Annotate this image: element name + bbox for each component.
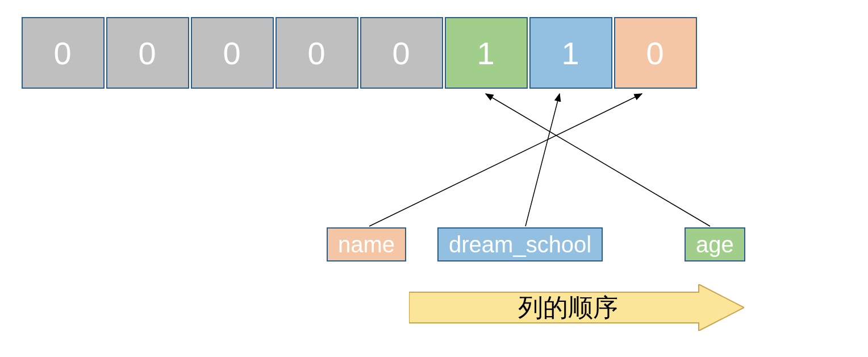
bit-cell: 0 [191,17,274,89]
direction-arrow: 列的顺序 [409,284,744,331]
bit-cell: 0 [22,17,105,89]
svg-line-1 [369,94,642,226]
bit-cell: 0 [106,17,189,89]
column-label-name: name [327,227,406,261]
column-label-age: age [685,227,745,261]
bit-row: 0 0 0 0 0 1 1 0 [22,17,699,89]
bit-cell: 0 [360,17,443,89]
diagram-stage: 0 0 0 0 0 1 1 0 name dream_school age 列的… [0,0,868,357]
column-label-dream-school: dream_school [437,227,603,261]
bit-cell: 1 [445,17,528,89]
svg-line-3 [486,94,710,226]
bit-cell: 0 [276,17,358,89]
svg-line-2 [525,94,560,226]
bit-cell: 1 [529,17,612,89]
bit-cell: 0 [614,17,697,89]
svg-marker-4 [409,284,744,331]
